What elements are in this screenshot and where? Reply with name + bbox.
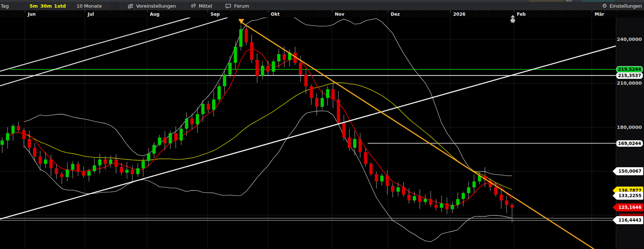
candle-down	[315, 98, 318, 107]
einstellungen-button[interactable]: ⚙ Einstellungen	[602, 2, 642, 10]
candle-up	[6, 133, 9, 141]
candle-up	[326, 89, 329, 98]
tag-arrow-tip	[613, 203, 617, 211]
mittel-button[interactable]: Mittel	[184, 2, 219, 10]
x-axis-month-label: Sep	[211, 12, 220, 17]
x-axis-month-label: Feb	[517, 12, 526, 17]
timeframe-tag-button[interactable]: Tag	[0, 2, 28, 10]
candle-up	[185, 119, 188, 129]
x-axis-minor-tick	[319, 10, 319, 11]
x-axis-minor-tick	[159, 10, 159, 11]
x-axis-minor-tick	[61, 10, 61, 11]
x-axis-minor-tick	[37, 10, 37, 11]
tag-value-text: 133,2255	[617, 192, 643, 200]
range-10-monate-button[interactable]: 10 Monate	[67, 2, 111, 10]
x-axis-minor-tick	[629, 10, 629, 11]
x-axis-minor-tick	[306, 10, 307, 11]
candle-down	[337, 99, 340, 123]
speech-bubble-icon	[225, 4, 231, 9]
x-axis-minor-tick	[604, 10, 605, 11]
timeframe-5m-button[interactable]: 5m	[28, 2, 39, 10]
x-axis-minor-tick	[256, 10, 256, 11]
candle-down	[359, 139, 362, 152]
timeframe-1std-button[interactable]: 1std	[53, 2, 67, 10]
einstellungen-label: Einstellungen	[610, 3, 642, 9]
candle-up	[125, 170, 129, 173]
candle-down	[348, 138, 351, 148]
candle-up	[473, 181, 476, 187]
candle-down	[104, 160, 107, 164]
candle-up	[66, 170, 69, 177]
candle-down	[332, 89, 335, 99]
candle-down	[435, 205, 438, 208]
candle-up	[456, 199, 459, 205]
candle-down	[299, 63, 302, 74]
candle-up	[272, 61, 275, 72]
tag-arrow-tip	[613, 167, 617, 175]
date-pointer-marker[interactable]	[511, 15, 515, 18]
x-axis-major-tick	[268, 10, 268, 12]
timeframe-30m-button[interactable]: 30m	[39, 2, 53, 10]
candle-up	[321, 98, 324, 107]
candle-up	[201, 104, 205, 114]
candle-up	[397, 187, 400, 192]
x-axis-minor-tick	[530, 10, 530, 11]
x-axis-minor-tick	[463, 10, 463, 11]
x-axis-minor-tick	[171, 10, 171, 11]
x-axis-minor-tick	[73, 10, 73, 11]
candle-up	[179, 129, 183, 141]
y-axis-price-scale[interactable]: 240,0000219,5244215,3537210,0000180,0000…	[616, 18, 644, 249]
candle-up	[467, 187, 470, 193]
candle-up	[217, 86, 221, 99]
candle-down	[38, 157, 42, 164]
candle-up	[109, 160, 112, 164]
price-chart-canvas[interactable]	[0, 18, 616, 249]
candle-up	[44, 160, 47, 164]
candle-down	[418, 196, 421, 202]
candle-down	[28, 139, 31, 148]
candle-up	[212, 99, 215, 110]
candle-down	[283, 54, 286, 60]
candle-up	[413, 196, 416, 200]
candle-up	[93, 165, 96, 171]
candle-down	[255, 60, 259, 76]
candle-down	[33, 148, 37, 157]
gear-icon: ⚙	[602, 3, 607, 9]
forum-button[interactable]: Forum	[219, 2, 255, 10]
price-level-tag: 215,3537	[616, 72, 643, 79]
candle-up	[380, 176, 383, 181]
white-trendline	[0, 46, 616, 219]
candle-down	[114, 160, 118, 167]
candle-down	[49, 160, 53, 168]
x-axis-month-label: Okt	[271, 12, 280, 17]
candle-up	[87, 171, 91, 176]
x-axis-minor-tick	[354, 10, 355, 11]
x-axis-minor-tick	[617, 10, 617, 11]
candle-up	[136, 168, 140, 174]
candle-down	[310, 86, 313, 98]
x-axis-major-tick	[388, 10, 388, 12]
y-axis-price-label: 180,0000	[617, 124, 642, 130]
candle-down	[174, 133, 177, 141]
voreinstellungen-button[interactable]: Voreinstellungen	[120, 2, 184, 10]
x-axis-minor-tick	[488, 10, 489, 11]
x-axis-minor-tick	[376, 10, 377, 11]
x-axis-time-scale[interactable]: JunJulAugSepOktNovDez2026FebMär	[0, 10, 644, 18]
candle-down	[190, 119, 194, 124]
x-axis-minor-tick	[545, 10, 545, 11]
tag-value-text: 125,1646	[617, 203, 643, 211]
y-axis-price-label: 240,0000	[617, 37, 642, 42]
candle-up	[1, 141, 4, 145]
x-axis-minor-tick	[576, 10, 576, 11]
timeframe-1std-label: 1std	[54, 3, 66, 9]
candle-up	[196, 114, 199, 124]
candle-up	[141, 161, 145, 168]
indicator-value-tag: 133,2255	[613, 192, 643, 200]
candle-up	[234, 47, 237, 63]
x-axis-major-tick	[208, 10, 208, 12]
range-10-monate-label: 10 Monate	[76, 3, 102, 9]
x-axis-minor-tick	[365, 10, 366, 11]
white-trendline	[0, 18, 190, 71]
candle-up	[353, 139, 356, 148]
x-axis-minor-tick	[183, 10, 184, 11]
